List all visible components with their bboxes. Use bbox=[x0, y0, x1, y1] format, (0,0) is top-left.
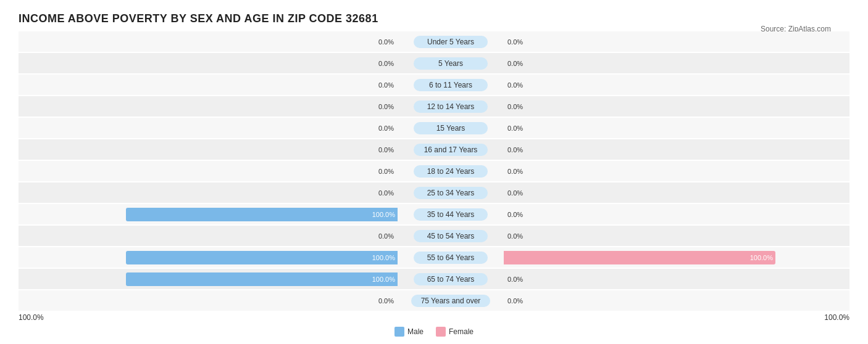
left-section: 0.0% bbox=[19, 186, 401, 200]
right-bar-wrap: 0.0% bbox=[504, 78, 868, 92]
male-bar: 100.0% bbox=[126, 208, 398, 221]
age-label: 35 to 44 Years bbox=[414, 208, 488, 221]
age-label: 16 and 17 Years bbox=[414, 144, 488, 156]
female-value: 0.0% bbox=[504, 125, 523, 132]
right-bar-wrap: 0.0% bbox=[504, 165, 868, 178]
female-value: 0.0% bbox=[504, 297, 523, 305]
age-label: 5 Years bbox=[414, 57, 488, 70]
male-value: 0.0% bbox=[378, 81, 398, 89]
center-label-wrap: 12 to 14 Years bbox=[401, 100, 500, 113]
legend-male-label: Male bbox=[407, 327, 424, 336]
center-label-wrap: 16 and 17 Years bbox=[401, 144, 500, 156]
right-section: 0.0% bbox=[500, 186, 868, 200]
right-bar-wrap: 0.0% bbox=[504, 229, 868, 243]
age-label: 55 to 64 Years bbox=[414, 252, 488, 264]
left-section: 0.0% bbox=[19, 121, 401, 135]
male-value: 0.0% bbox=[378, 232, 398, 240]
male-value: 0.0% bbox=[378, 189, 398, 197]
legend-female: Female bbox=[436, 327, 474, 337]
bar-row: 100.0% 65 to 74 Years 0.0% bbox=[19, 269, 849, 289]
left-bar-wrap: 100.0% bbox=[19, 208, 398, 221]
left-bar-wrap: 100.0% bbox=[19, 251, 398, 264]
male-value: 0.0% bbox=[378, 168, 398, 175]
chart-title: INCOME ABOVE POVERTY BY SEX AND AGE IN Z… bbox=[19, 12, 849, 25]
female-value: 0.0% bbox=[504, 60, 523, 67]
age-label: 25 to 34 Years bbox=[414, 187, 488, 199]
center-label-wrap: 35 to 44 Years bbox=[401, 208, 500, 221]
male-value-inside: 100.0% bbox=[370, 254, 398, 261]
left-section: 100.0% bbox=[19, 251, 401, 264]
age-label: 65 to 74 Years bbox=[414, 273, 488, 285]
right-bar-wrap: 100.0% bbox=[504, 251, 868, 264]
left-bar-wrap: 0.0% bbox=[19, 121, 398, 135]
right-section: 0.0% bbox=[500, 143, 868, 157]
left-section: 0.0% bbox=[19, 78, 401, 92]
age-label: 12 to 14 Years bbox=[414, 100, 488, 113]
center-label-wrap: 55 to 64 Years bbox=[401, 252, 500, 264]
left-bar-wrap: 0.0% bbox=[19, 165, 398, 178]
female-value: 0.0% bbox=[504, 146, 523, 154]
left-bar-wrap: 0.0% bbox=[19, 143, 398, 157]
right-section: 100.0% bbox=[500, 251, 868, 264]
right-bar-wrap: 0.0% bbox=[504, 100, 868, 113]
chart-area: 0.0% Under 5 Years 0.0% 0.0% bbox=[19, 31, 849, 322]
center-label-wrap: 6 to 11 Years bbox=[401, 79, 500, 91]
right-section: 0.0% bbox=[500, 229, 868, 243]
male-value: 0.0% bbox=[378, 297, 398, 305]
footer-row: 100.0% 100.0% bbox=[19, 313, 849, 322]
left-section: 0.0% bbox=[19, 229, 401, 243]
left-bar-wrap: 0.0% bbox=[19, 100, 398, 113]
bar-row: 100.0% 55 to 64 Years 100.0% bbox=[19, 247, 849, 268]
center-label-wrap: Under 5 Years bbox=[401, 36, 500, 48]
right-section: 0.0% bbox=[500, 121, 868, 135]
legend-male: Male bbox=[394, 327, 424, 337]
female-value: 0.0% bbox=[504, 211, 523, 218]
left-bar-wrap: 100.0% bbox=[19, 272, 398, 286]
female-value: 0.0% bbox=[504, 232, 523, 240]
legend-female-box bbox=[436, 327, 446, 337]
left-bar-wrap: 0.0% bbox=[19, 229, 398, 243]
female-bar: 100.0% bbox=[504, 251, 775, 264]
age-label: 75 Years and over bbox=[411, 295, 491, 307]
female-value: 0.0% bbox=[504, 189, 523, 197]
center-label-wrap: 75 Years and over bbox=[401, 295, 500, 307]
left-section: 100.0% bbox=[19, 208, 401, 221]
center-label-wrap: 15 Years bbox=[401, 122, 500, 134]
left-section: 100.0% bbox=[19, 272, 401, 286]
bar-row: 0.0% 25 to 34 Years 0.0% bbox=[19, 182, 849, 203]
legend: Male Female bbox=[19, 327, 849, 337]
center-label-wrap: 5 Years bbox=[401, 57, 500, 70]
male-value: 0.0% bbox=[378, 146, 398, 154]
left-bar-wrap: 0.0% bbox=[19, 78, 398, 92]
footer-left-label: 100.0% bbox=[19, 313, 44, 322]
bar-row: 0.0% 45 to 54 Years 0.0% bbox=[19, 226, 849, 246]
bar-row: 100.0% 35 to 44 Years 0.0% bbox=[19, 204, 849, 224]
right-bar-wrap: 0.0% bbox=[504, 272, 868, 286]
left-bar-wrap: 0.0% bbox=[19, 57, 398, 70]
bar-row: 0.0% 5 Years 0.0% bbox=[19, 53, 849, 73]
center-label-wrap: 65 to 74 Years bbox=[401, 273, 500, 285]
bar-row: 0.0% Under 5 Years 0.0% bbox=[19, 31, 849, 52]
age-label: Under 5 Years bbox=[414, 36, 488, 48]
male-bar: 100.0% bbox=[126, 272, 398, 286]
right-section: 0.0% bbox=[500, 294, 868, 308]
female-value: 0.0% bbox=[504, 38, 523, 46]
right-section: 0.0% bbox=[500, 78, 868, 92]
male-value: 0.0% bbox=[378, 38, 398, 46]
left-section: 0.0% bbox=[19, 165, 401, 178]
male-value-inside: 100.0% bbox=[370, 276, 398, 283]
age-label: 15 Years bbox=[414, 122, 488, 134]
right-section: 0.0% bbox=[500, 272, 868, 286]
center-label-wrap: 45 to 54 Years bbox=[401, 230, 500, 242]
right-bar-wrap: 0.0% bbox=[504, 121, 868, 135]
legend-female-label: Female bbox=[449, 327, 474, 336]
male-value: 0.0% bbox=[378, 125, 398, 132]
right-bar-wrap: 0.0% bbox=[504, 57, 868, 70]
left-bar-wrap: 0.0% bbox=[19, 294, 398, 308]
left-section: 0.0% bbox=[19, 143, 401, 157]
footer-right-label: 100.0% bbox=[824, 313, 849, 322]
center-label-wrap: 25 to 34 Years bbox=[401, 187, 500, 199]
right-section: 0.0% bbox=[500, 100, 868, 113]
left-section: 0.0% bbox=[19, 100, 401, 113]
left-section: 0.0% bbox=[19, 294, 401, 308]
